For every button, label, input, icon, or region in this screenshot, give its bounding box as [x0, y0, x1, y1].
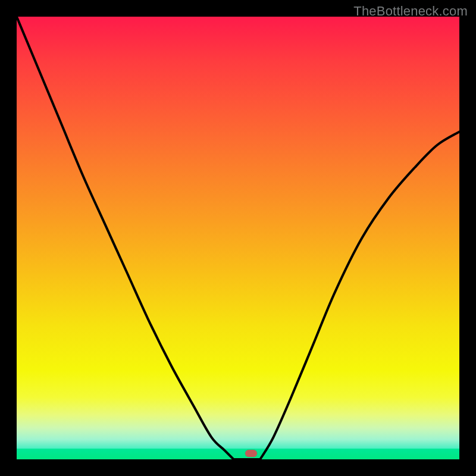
- bottleneck-marker: [245, 450, 257, 457]
- plot-area: [17, 17, 459, 459]
- chart-frame: TheBottleneck.com: [0, 0, 476, 476]
- right-curve-path: [260, 131, 459, 459]
- left-curve-path: [17, 17, 234, 459]
- curve-layer: [17, 17, 459, 459]
